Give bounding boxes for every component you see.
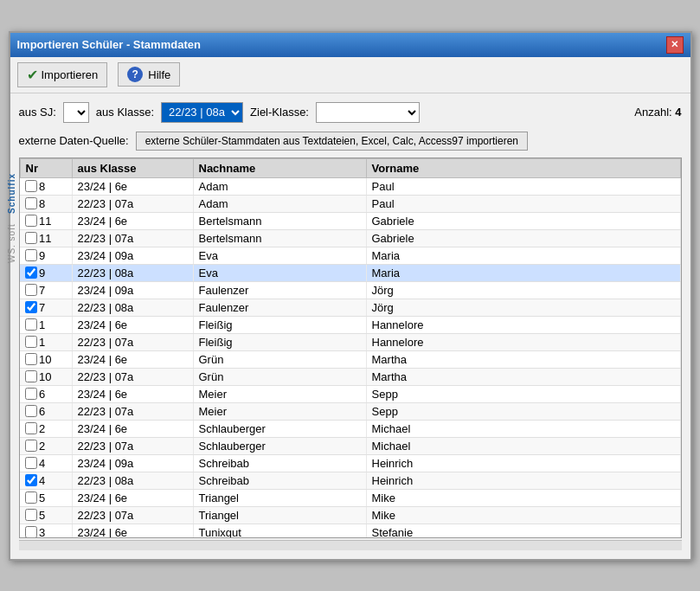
cell-nachname: Schreibab <box>193 454 366 472</box>
row-checkbox[interactable] <box>25 301 37 313</box>
import-button[interactable]: ✔ Importieren <box>17 62 108 87</box>
table-row: 1123/24 | 6eBertelsmannGabriele <box>20 212 680 229</box>
cell-nr: 4 <box>20 472 72 489</box>
table-row: 522/23 | 07aTriangelMike <box>20 506 680 524</box>
cell-nachname: Bertelsmann <box>193 229 366 247</box>
cell-nachname: Fleißig <box>193 316 366 333</box>
cell-nr: 11 <box>20 212 72 229</box>
nr-value: 7 <box>39 301 45 314</box>
cell-klasse: 23/24 | 6e <box>72 212 193 229</box>
cell-nr: 2 <box>20 437 72 454</box>
help-label: Hilfe <box>148 68 170 81</box>
row-checkbox[interactable] <box>25 370 37 382</box>
row-checkbox[interactable] <box>25 526 37 538</box>
cell-vorname: Gabriele <box>366 229 680 247</box>
row-checkbox[interactable] <box>25 509 37 521</box>
row-checkbox[interactable] <box>25 215 37 227</box>
cell-vorname: Gabriele <box>366 212 680 229</box>
nr-value: 3 <box>39 526 45 538</box>
nr-value: 9 <box>39 249 45 262</box>
row-checkbox[interactable] <box>25 180 37 192</box>
cell-vorname: Paul <box>366 177 680 195</box>
cell-nachname: Fleißig <box>193 333 366 350</box>
row-checkbox[interactable] <box>25 474 37 486</box>
row-checkbox[interactable] <box>25 284 37 296</box>
cell-vorname: Hannelore <box>366 316 680 333</box>
cell-nachname: Eva <box>193 247 366 264</box>
cell-nr: 8 <box>20 177 72 195</box>
cell-klasse: 23/24 | 6e <box>72 316 193 333</box>
side-label: WS. soft Schulfix <box>7 173 16 263</box>
row-checkbox[interactable] <box>25 422 37 434</box>
data-source-row: externe Daten-Quelle: externe Schüler-St… <box>19 132 682 151</box>
cell-nr: 7 <box>20 281 72 299</box>
cell-vorname: Mike <box>366 489 680 506</box>
cell-vorname: Hannelore <box>366 333 680 350</box>
cell-vorname: Jörg <box>366 281 680 299</box>
row-checkbox[interactable] <box>25 491 37 504</box>
row-checkbox[interactable] <box>25 232 37 244</box>
close-button[interactable]: ✕ <box>666 36 684 54</box>
row-checkbox[interactable] <box>25 388 37 400</box>
cell-klasse: 22/23 | 07a <box>72 195 193 212</box>
row-checkbox[interactable] <box>25 318 37 331</box>
cell-nr: 5 <box>20 489 72 506</box>
title-bar: Importieren Schüler - Stammdaten ✕ <box>10 33 690 57</box>
ziel-select[interactable] <box>316 102 420 123</box>
row-checkbox[interactable] <box>25 405 37 417</box>
question-icon: ? <box>127 67 143 82</box>
cell-klasse: 23/24 | 6e <box>72 385 193 402</box>
cell-klasse: 22/23 | 07a <box>72 333 193 350</box>
cell-nr: 7 <box>20 299 72 316</box>
row-checkbox[interactable] <box>25 457 37 469</box>
row-checkbox[interactable] <box>25 440 37 452</box>
nr-value: 2 <box>39 422 45 435</box>
sj-select[interactable] <box>63 102 89 123</box>
student-table-container: Nr aus Klasse Nachname Vorname 823/24 | … <box>19 157 682 538</box>
toolbar: ✔ Importieren ? Hilfe <box>10 57 690 93</box>
cell-nachname: Schlauberger <box>193 420 366 437</box>
cell-klasse: 22/23 | 07a <box>72 506 193 524</box>
cell-klasse: 22/23 | 08a <box>72 299 193 316</box>
check-icon: ✔ <box>27 67 38 83</box>
cell-vorname: Martha <box>366 350 680 368</box>
row-checkbox[interactable] <box>25 336 37 348</box>
window-title: Importieren Schüler - Stammdaten <box>17 38 666 51</box>
help-button[interactable]: ? Hilfe <box>118 62 180 87</box>
cell-klasse: 23/24 | 6e <box>72 177 193 195</box>
row-checkbox[interactable] <box>25 249 37 261</box>
nr-value: 7 <box>39 284 45 297</box>
cell-klasse: 23/24 | 09a <box>72 454 193 472</box>
cell-nachname: Tunixgut <box>193 524 366 538</box>
cell-klasse: 22/23 | 07a <box>72 229 193 247</box>
table-row: 323/24 | 6eTunixgutStefanie <box>20 524 680 538</box>
table-row: 122/23 | 07aFleißigHannelore <box>20 333 680 350</box>
horizontal-scrollbar[interactable] <box>19 540 682 550</box>
cell-vorname: Maria <box>366 247 680 264</box>
cell-nr: 9 <box>20 264 72 281</box>
nr-value: 1 <box>39 336 45 349</box>
table-row: 923/24 | 09aEvaMaria <box>20 247 680 264</box>
cell-klasse: 23/24 | 09a <box>72 247 193 264</box>
table-row: 222/23 | 07aSchlaubergerMichael <box>20 437 680 454</box>
anzahl-label: Anzahl: 4 <box>634 106 681 119</box>
cell-vorname: Heinrich <box>366 454 680 472</box>
cell-vorname: Michael <box>366 420 680 437</box>
klasse-select[interactable]: 22/23 | 08a <box>161 102 243 123</box>
nr-value: 5 <box>39 491 45 504</box>
row-checkbox[interactable] <box>25 197 37 209</box>
table-row: 922/23 | 08aEvaMaria <box>20 264 680 281</box>
row-checkbox[interactable] <box>25 267 37 279</box>
cell-vorname: Sepp <box>366 385 680 402</box>
cell-nr: 5 <box>20 506 72 524</box>
ws-label: WS. soft <box>7 223 16 263</box>
col-nr: Nr <box>20 158 72 177</box>
data-source-button[interactable]: externe Schüler-Stammdaten aus Textdatei… <box>136 132 528 151</box>
cell-vorname: Heinrich <box>366 472 680 489</box>
table-row: 423/24 | 09aSchreibabHeinrich <box>20 454 680 472</box>
cell-nachname: Triangel <box>193 489 366 506</box>
cell-klasse: 22/23 | 07a <box>72 368 193 385</box>
cell-nachname: Schlauberger <box>193 437 366 454</box>
col-nachname: Nachname <box>193 158 366 177</box>
row-checkbox[interactable] <box>25 353 37 365</box>
